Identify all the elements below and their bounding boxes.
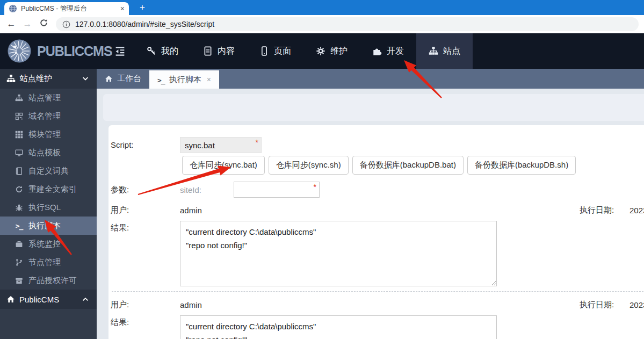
key-icon: [147, 46, 156, 56]
nav-item-file[interactable]: 内容: [191, 33, 247, 69]
reload-icon[interactable]: [35, 18, 52, 30]
script-preset-button-0[interactable]: 仓库同步(sync.bat): [182, 156, 265, 175]
sidebar-item-grid[interactable]: 模块管理: [0, 125, 97, 143]
sidebar-item-label: 站点管理: [28, 93, 61, 103]
sidebar-item-terminal[interactable]: >_执行脚本: [0, 217, 97, 235]
nav-item-gear[interactable]: 维护: [303, 33, 360, 69]
record-result-row: 结果:: [111, 315, 644, 339]
app-logo-text: PUBLICCMS: [37, 44, 112, 59]
back-icon[interactable]: ←: [3, 19, 19, 30]
sidebar-item-qrcode[interactable]: 域名管理: [0, 107, 97, 125]
desktop-icon: [15, 149, 24, 157]
sitemap-icon: [15, 94, 24, 102]
sidebar-item-sitemap[interactable]: 站点管理: [0, 89, 97, 107]
result-label: 结果:: [111, 221, 180, 286]
page-tab-label: 工作台: [117, 74, 141, 84]
script-preset-button-2[interactable]: 备份数据库(backupDB.bat): [352, 156, 464, 175]
nav-item-label: 维护: [330, 46, 348, 57]
bug-icon: [15, 204, 24, 212]
home-icon: [6, 295, 15, 304]
params-label: 参数:: [111, 182, 180, 195]
browser-urlbar: ← → 127.0.0.1:8080/admin/#site_sysSite/s…: [0, 15, 644, 33]
gear-icon: [316, 46, 325, 56]
result-textarea[interactable]: [180, 315, 497, 339]
book-icon: [15, 167, 24, 175]
sidebar-item-label: 产品授权许可: [28, 276, 77, 286]
terminal-icon: >_: [157, 75, 165, 84]
url-field[interactable]: 127.0.0.1:8080/admin/#site_sysSite/scrip…: [56, 17, 639, 31]
grid-icon: [15, 131, 24, 139]
favicon-globe-icon: [9, 4, 17, 13]
sidebar-item-refresh[interactable]: 重建全文索引: [0, 180, 97, 198]
sidebar-item-label: 自定义词典: [28, 166, 69, 176]
page-tab-label: 执行脚本: [169, 75, 201, 85]
sidebar-item-label: 节点管理: [28, 257, 61, 268]
user-label: 用户:: [111, 205, 180, 215]
nav-item-sitemap[interactable]: 站点: [416, 33, 473, 69]
main-content: Script: * 仓库同步(sync.bat)仓库同步(sync.sh)备份数…: [97, 89, 644, 339]
browser-titlebar: PublicCMS - 管理后台 × +: [0, 0, 644, 15]
sidebar-footer-header[interactable]: PublicCMS: [0, 290, 97, 309]
record-result-row: 结果:: [111, 221, 644, 286]
sidebar-item-desktop[interactable]: 站点模板: [0, 143, 97, 162]
date-label: 执行日期:: [580, 300, 614, 310]
sidebar-item-archive[interactable]: 产品授权许可: [0, 271, 97, 290]
puzzle-icon: [372, 46, 382, 56]
info-icon[interactable]: [62, 20, 70, 28]
page-tabbar: 工作台>_执行脚本×: [97, 69, 644, 89]
nav-item-label: 开发: [387, 46, 404, 57]
branch-icon: [15, 258, 24, 266]
script-preset-button-3[interactable]: 备份数据库(backupDB.sh): [467, 156, 576, 175]
sidebar-item-book[interactable]: 自定义词典: [0, 162, 97, 180]
page-tab-workbench[interactable]: 工作台: [97, 69, 149, 89]
chevron-up-icon: [82, 295, 89, 303]
file-icon: [203, 46, 213, 56]
sidebar-item-label: 站点模板: [28, 148, 61, 158]
app-logo[interactable]: PUBLICCMS: [0, 33, 105, 69]
browser-tab[interactable]: PublicCMS - 管理后台 ×: [4, 2, 129, 15]
tab-close-icon[interactable]: ×: [120, 5, 125, 12]
forward-icon: →: [19, 19, 35, 30]
sidebar-item-bug[interactable]: 执行SQL: [0, 198, 97, 217]
siteid-field[interactable]: *: [234, 182, 320, 198]
nav-item-label: 我的: [161, 46, 178, 57]
mobile-icon: [259, 46, 269, 56]
sidebar-item-label: 系统监控: [28, 239, 61, 249]
script-label: Script:: [111, 137, 180, 149]
sidebar-item-branch[interactable]: 节点管理: [0, 253, 97, 271]
record-user-row: 用户:admin执行日期:2023: [111, 298, 644, 312]
required-mark: *: [314, 183, 316, 191]
script-field[interactable]: *: [180, 137, 262, 153]
result-label: 结果:: [111, 315, 180, 339]
form-panel: Script: * 仓库同步(sync.bat)仓库同步(sync.sh)备份数…: [108, 125, 644, 339]
date-label: 执行日期:: [580, 205, 614, 215]
archive-icon: [15, 277, 24, 285]
nav-item-mobile[interactable]: 页面: [247, 33, 303, 69]
page-tab-active[interactable]: >_执行脚本×: [149, 70, 219, 89]
sidebar-item-label: 执行脚本: [28, 221, 61, 231]
record-separator: [112, 291, 644, 292]
new-tab-button[interactable]: +: [136, 2, 148, 13]
nav-item-label: 站点: [443, 46, 460, 57]
tab-close-icon[interactable]: ×: [207, 75, 211, 84]
publiccms-logo-icon: [7, 39, 32, 63]
home-icon: [105, 75, 113, 83]
date-value: 2023: [629, 300, 644, 309]
result-textarea[interactable]: [180, 221, 497, 286]
url-text: 127.0.0.1:8080/admin/#site_sysSite/scrip…: [75, 20, 214, 28]
script-input[interactable]: [180, 138, 261, 153]
sidebar-item-briefcase[interactable]: 系统监控: [0, 235, 97, 253]
script-preset-button-1[interactable]: 仓库同步(sync.sh): [269, 156, 349, 175]
record-user-row: 用户:admin执行日期:2023: [111, 203, 644, 217]
nav-item-puzzle[interactable]: 开发: [360, 33, 416, 69]
sidebar-section-header[interactable]: 站点维护: [0, 69, 97, 89]
nav-item-label: 内容: [218, 46, 235, 57]
briefcase-icon: [15, 240, 24, 248]
refresh-icon: [15, 185, 24, 193]
nav-item-key[interactable]: 我的: [134, 33, 191, 69]
required-mark: *: [256, 138, 258, 147]
siteid-input[interactable]: [234, 182, 319, 197]
sidebar-toggle-outdent-icon[interactable]: [105, 33, 134, 69]
nav-item-label: 页面: [274, 46, 291, 57]
sidebar-item-label: 模块管理: [28, 129, 61, 140]
